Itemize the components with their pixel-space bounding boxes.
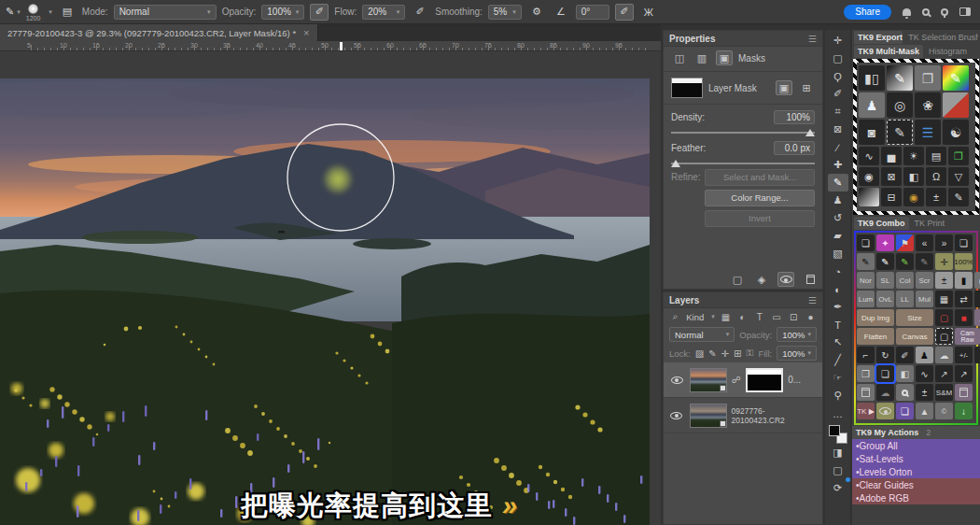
- eyedropper-tool-icon[interactable]: ∕: [828, 138, 848, 156]
- line-tool-icon[interactable]: ╱: [828, 351, 848, 369]
- layer-visibility-eye-icon[interactable]: [668, 376, 685, 384]
- smoothing-select[interactable]: 5% ▾: [488, 5, 522, 20]
- marquee-tool-icon[interactable]: ▢: [828, 50, 848, 67]
- opacity-select[interactable]: 100% ▾: [261, 5, 304, 20]
- tool-preset-picker[interactable]: ✎ ▾: [6, 6, 21, 18]
- filter-smart-object-icon[interactable]: ⊡: [788, 310, 800, 323]
- screen-mode-icon[interactable]: ▢: [828, 461, 848, 479]
- filter-shape-icon[interactable]: ▭: [770, 310, 782, 323]
- person-mask-button[interactable]: ♟: [859, 92, 885, 118]
- search-icon[interactable]: [922, 8, 930, 16]
- tab-tk9-export[interactable]: TK9 Export: [854, 31, 903, 44]
- swap-button[interactable]: ⇄: [955, 291, 973, 307]
- dodge-arrow-button[interactable]: ↗: [935, 365, 953, 382]
- tab-tk9-combo[interactable]: TK9 Combo: [854, 217, 909, 230]
- flag-button[interactable]: ⚑: [896, 234, 914, 251]
- path-selection-tool-icon[interactable]: ↖: [828, 333, 848, 351]
- rewind-button[interactable]: «: [916, 234, 933, 251]
- lock-all-icon[interactable]: ⚿: [746, 347, 753, 360]
- layers-blue-button[interactable]: ❏: [876, 365, 894, 382]
- stack-purple-button[interactable]: ❏: [896, 403, 914, 419]
- eye-toggle-button[interactable]: [876, 403, 894, 419]
- cloud-dark-button[interactable]: ☁: [876, 384, 894, 401]
- plus-minus-button[interactable]: +/-: [955, 347, 973, 363]
- foreground-color-swatch[interactable]: [829, 425, 840, 436]
- pen-tool-icon[interactable]: ✒: [828, 298, 848, 316]
- healing-brush-tool-icon[interactable]: ✚: [828, 156, 848, 174]
- select-and-mask-button[interactable]: Select and Mask...: [705, 169, 815, 186]
- symmetry-icon[interactable]: Ж: [639, 4, 658, 21]
- red-triangle-button[interactable]: [943, 92, 969, 118]
- trash-2-button[interactable]: [955, 384, 973, 401]
- vignette-button[interactable]: ✐: [896, 347, 914, 363]
- tab-tk-selection-brush[interactable]: TK Selection Brush: [904, 31, 978, 44]
- circles-bw-button[interactable]: ☯: [943, 120, 969, 145]
- angle-field[interactable]: 0°: [576, 5, 609, 20]
- discover-lightbulb-icon[interactable]: [941, 8, 948, 16]
- black-rect-button[interactable]: ▮: [955, 272, 973, 289]
- zoom-tool-icon[interactable]: ⚲: [828, 387, 848, 404]
- new-doc-button[interactable]: ❏: [857, 234, 875, 251]
- filter-pin-icon[interactable]: ●: [805, 310, 817, 323]
- flower-mask-button[interactable]: ❀: [915, 92, 941, 118]
- opacity-pressure-icon[interactable]: ✐: [310, 4, 329, 21]
- mask-visibility-eye-icon[interactable]: [777, 272, 794, 287]
- rainbow-picker-button[interactable]: ✎: [943, 65, 969, 91]
- camera-button[interactable]: ◉: [859, 167, 879, 186]
- action-clear-guides[interactable]: •Clear Guides: [852, 478, 980, 491]
- blur-tool-icon[interactable]: ◔: [828, 262, 848, 280]
- red-outline-button[interactable]: ▢: [935, 309, 953, 326]
- layer-visibility-eye-icon[interactable]: [668, 412, 685, 419]
- color-wheel-button[interactable]: ◉: [903, 188, 924, 206]
- adjustment-icon[interactable]: ▥: [693, 50, 710, 65]
- add-mask-icon[interactable]: ⊞: [798, 80, 815, 95]
- tab-tk9-multi-mask[interactable]: TK9 Multi-Mask: [854, 45, 923, 58]
- lasso-tool-icon[interactable]: Ϙ: [828, 67, 848, 85]
- blend-mode-select[interactable]: Normal ▾: [669, 327, 735, 342]
- quick-mask-icon[interactable]: ◨: [828, 444, 848, 461]
- pixel-layer-icon[interactable]: ◫: [671, 50, 688, 65]
- brightness-button[interactable]: ☀: [903, 147, 924, 165]
- cam-raw-button[interactable]: Cam Raw: [955, 328, 980, 345]
- density-field[interactable]: 100%: [774, 110, 815, 124]
- lock-move-icon[interactable]: ✛: [721, 347, 729, 360]
- group-mask-button[interactable]: ❐: [857, 365, 875, 382]
- luminosity-button[interactable]: Lum: [857, 291, 875, 307]
- layer-opacity-select[interactable]: 100% ▾: [777, 327, 817, 342]
- filter-image-icon[interactable]: ▦: [720, 310, 732, 323]
- half-bw-button[interactable]: ◧: [903, 167, 924, 186]
- multiply-button[interactable]: Mul: [916, 291, 933, 307]
- exposure-button[interactable]: ±: [935, 272, 953, 289]
- filter-kind-select[interactable]: Kind: [686, 312, 704, 322]
- triangle-button[interactable]: ▲: [916, 403, 933, 419]
- doc-copy-button[interactable]: ❏: [955, 234, 973, 251]
- list-blue-button[interactable]: ☰: [915, 120, 941, 145]
- layer-thumbnail[interactable]: [690, 404, 727, 428]
- link-icon[interactable]: ☍: [732, 375, 741, 385]
- color-blend-button[interactable]: Col: [896, 272, 914, 289]
- filter-type-icon[interactable]: T: [753, 310, 765, 323]
- mask-badge-icon[interactable]: ▣: [776, 80, 792, 95]
- layer-mask-thumbnail[interactable]: [746, 368, 783, 392]
- gradient-square-button[interactable]: [859, 188, 879, 206]
- forward-button[interactable]: »: [935, 234, 953, 251]
- linear-light-button[interactable]: LL: [896, 291, 914, 307]
- export-green-button[interactable]: ↓: [955, 403, 973, 419]
- curves-button[interactable]: ∿: [859, 147, 879, 165]
- trash-button[interactable]: [857, 384, 875, 401]
- frame-tool-icon[interactable]: ⊠: [828, 121, 848, 138]
- delete-mask-trash-icon[interactable]: [802, 272, 819, 287]
- smoothing-gear-icon[interactable]: ⚙: [527, 4, 546, 21]
- layer-row-background[interactable]: 0927776-20100423.CR2: [664, 398, 822, 433]
- dodge-tool-icon[interactable]: ◐: [828, 280, 848, 298]
- mode-select[interactable]: Normal ▾: [114, 5, 217, 20]
- screen-blend-button[interactable]: Scr: [916, 272, 933, 289]
- normal-blend-button[interactable]: Nor: [857, 272, 875, 289]
- lock-paint-icon[interactable]: ✎: [708, 347, 716, 360]
- lock-transparency-icon[interactable]: ▨: [695, 347, 704, 360]
- cloud-snow-button[interactable]: ☁: [935, 347, 953, 363]
- red-square-button[interactable]: ■: [955, 309, 973, 326]
- dup-img-button[interactable]: Dup Img: [857, 309, 894, 326]
- pink-solid-button[interactable]: ✦: [876, 234, 894, 251]
- gradient-tool-icon[interactable]: ▧: [828, 245, 848, 262]
